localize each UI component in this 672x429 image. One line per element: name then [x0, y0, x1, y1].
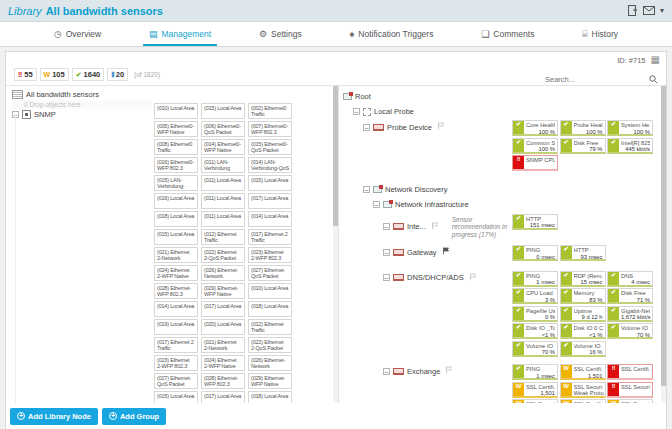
sensor-chip[interactable]: WSSL Securi...Weak Proto...: [560, 382, 606, 398]
library-chip[interactable]: (017) Local Area: [248, 193, 292, 209]
flag-icon[interactable]: [435, 122, 445, 132]
library-chip[interactable]: (014) Local Area: [154, 301, 198, 317]
library-chip[interactable]: (008) Ethernet0 Traffic: [154, 139, 198, 155]
library-chip[interactable]: (015) Local Area: [154, 229, 198, 245]
group-row-root[interactable]: Root: [343, 90, 658, 101]
sensor-chip[interactable]: ✔RDP (Rem...15 msec: [560, 271, 606, 287]
library-chip[interactable]: (028) Ethernet-WFP 802.3: [201, 373, 245, 389]
sensor-chip[interactable]: ✔Gigabit-Net...1,672 kbit/s: [607, 306, 653, 322]
sensor-chip[interactable]: WSSL Certifi...1,501: [512, 382, 558, 398]
library-chip[interactable]: (015) Ethernet0-QoS Packet: [248, 139, 292, 155]
sensor-chip[interactable]: ✔Volume IO ...70 %: [607, 323, 653, 339]
library-chip[interactable]: (011) Local Area: [201, 211, 245, 227]
collapse-icon[interactable]: –: [363, 124, 370, 131]
tab-settings[interactable]: ⚙Settings: [253, 22, 308, 46]
library-chip[interactable]: (027) Ethernet-QoS Packet: [154, 373, 198, 389]
sensor-chip[interactable]: ‼SNMP CPU...: [512, 155, 558, 171]
library-chip[interactable]: (015) Local Area: [248, 175, 292, 191]
collapse-icon[interactable]: –: [353, 108, 360, 115]
library-chip[interactable]: (018) Local Area: [248, 301, 292, 317]
library-chip[interactable]: (026) Ethernet-Network: [248, 355, 292, 371]
device-row-inte-[interactable]: –Inte...Sensor recommendation in progres…: [343, 214, 658, 239]
sensor-chip[interactable]: ✔Probe Heal...100 %: [560, 120, 606, 136]
library-chip[interactable]: (023) Ethernet 2-WFP 802.3: [154, 355, 198, 371]
library-chip[interactable]: (010) Local Area: [154, 103, 198, 119]
add-library-node-button[interactable]: +Add Library Node: [10, 408, 98, 425]
collapse-icon[interactable]: –: [383, 274, 390, 281]
group-row-network-discovery[interactable]: –Network Discovery: [343, 183, 658, 194]
library-chip[interactable]: (011) Local Area: [201, 193, 245, 209]
tab-management[interactable]: ▤Management: [143, 22, 217, 46]
header-menu-caret-icon[interactable]: ▾: [660, 6, 664, 15]
collapse-icon[interactable]: –: [383, 249, 390, 256]
flag-icon[interactable]: [429, 222, 439, 232]
library-chip[interactable]: (014) Ethernet0-WFP Native: [201, 139, 245, 155]
sensor-chip[interactable]: ✔Disk Free71 %: [607, 288, 653, 304]
sensor-chip[interactable]: ‼SSL Certifi...: [607, 364, 653, 380]
status-badge-paused[interactable]: Ⅱ20: [107, 68, 128, 81]
left-scrollbar-thumb[interactable]: [333, 86, 338, 226]
sensor-chip[interactable]: ✔Core Health100 %: [512, 120, 558, 136]
device-row-dns-dhcp-ads[interactable]: –DNS/DHCP/ADS✔PING1 msec✔RDP (Rem...15 m…: [343, 271, 658, 359]
library-chip[interactable]: (017) Local Area: [201, 391, 245, 403]
sensor-chip[interactable]: ✔HTTP93 msec: [560, 245, 606, 261]
library-chip[interactable]: (012) Ethernet Traffic: [248, 319, 292, 335]
status-badge-warning[interactable]: W105: [40, 68, 69, 81]
sensor-chip[interactable]: WSSL Certifi...1,501: [560, 364, 606, 380]
sensor-chip[interactable]: ✔PING1 msec: [512, 271, 558, 287]
library-chip[interactable]: (015) LAN-Verbindung-: [154, 175, 198, 191]
sensor-chip[interactable]: ✔DNS4 msec: [607, 271, 653, 287]
library-chip[interactable]: (015) Local Area: [201, 103, 245, 119]
sensor-chip[interactable]: ✔Disk IO 0 C:<1 %: [560, 323, 606, 339]
sensor-chip[interactable]: ✔System He...100 %: [607, 120, 653, 136]
library-chip[interactable]: (018) Local Area: [154, 211, 198, 227]
library-chip[interactable]: (007) Ethernet0-WFP 802.3: [248, 121, 292, 137]
library-chip[interactable]: (028) Ethernet-WFP 802.3: [154, 283, 198, 299]
library-chip[interactable]: (027) Ethernet-QoS Packet: [248, 265, 292, 281]
email-icon[interactable]: [643, 6, 655, 15]
library-chip[interactable]: (017) Ethernet 2 Traffic: [248, 229, 292, 245]
library-chip[interactable]: (014) Local Area: [248, 211, 292, 227]
library-chip[interactable]: (017) Ethernet 2 Traffic: [154, 337, 198, 353]
sensor-chip[interactable]: ✔Pagefile Us...0 %: [512, 306, 558, 322]
library-chip[interactable]: (022) Ethernet 2-QoS Packet: [248, 337, 292, 353]
status-badge-ok[interactable]: ✔1640: [72, 68, 105, 81]
library-chip[interactable]: (017) Local Area: [201, 301, 245, 317]
group-row-local-probe[interactable]: –Local Probe: [343, 105, 658, 116]
library-chip[interactable]: (019) Local Area: [154, 319, 198, 335]
library-chip[interactable]: (029) Ethernet-WFP Native: [248, 373, 292, 389]
left-scrollbar[interactable]: [333, 86, 338, 403]
library-chip[interactable]: (029) Ethernet-WFP Native: [201, 283, 245, 299]
device-row-exchange[interactable]: –Exchange✔PING1 msecWSSL Certifi...1,501…: [343, 364, 658, 403]
library-root-row[interactable]: All bandwidth sensors: [12, 89, 338, 100]
library-chip[interactable]: (026) Ethernet-Network: [201, 265, 245, 281]
device-row-gateway[interactable]: –Gateway✔PING0 msec✔HTTP93 msec: [343, 245, 658, 263]
collapse-icon[interactable]: –: [363, 186, 370, 193]
sensor-chip[interactable]: ✔Uptime9 d 12 h: [560, 306, 606, 322]
library-chip[interactable]: (002) Ethernet0 Traffic: [248, 103, 292, 119]
sensor-chip[interactable]: ✔Memory83 %: [560, 288, 606, 304]
sensor-chip[interactable]: ✔Common S...100 %: [512, 138, 558, 154]
tab-comments[interactable]: ❑Comments: [475, 22, 540, 46]
tab-overview[interactable]: ◷Overview: [48, 22, 107, 46]
library-chip[interactable]: (016) Local Area: [154, 193, 198, 209]
library-chip[interactable]: (024) Ethernet 2-WFP Native: [154, 265, 198, 281]
tab-history[interactable]: ⌸History: [576, 22, 624, 46]
export-report-icon[interactable]: [627, 5, 638, 16]
library-chip[interactable]: (012) Ethernet Traffic: [201, 229, 245, 245]
library-chip[interactable]: (011) LAN-Verbindung: [201, 157, 245, 173]
sensor-chip[interactable]: ✔PING1 msec: [512, 364, 558, 380]
sensor-chip[interactable]: ✔Volume IO ...70 %: [512, 341, 558, 357]
sensor-chip[interactable]: ✔Disk IO _To...<1 %: [512, 323, 558, 339]
library-chip[interactable]: (023) Ethernet 2-WFP 802.3: [248, 247, 292, 263]
library-chip[interactable]: (021) Ethernet 2-Network: [154, 247, 198, 263]
sensor-chip[interactable]: ✔HTTP151 msec: [512, 214, 558, 230]
library-chip[interactable]: (021) Ethernet 2-Network: [201, 337, 245, 353]
flag-icon[interactable]: [467, 273, 477, 283]
library-chip[interactable]: (016) Ethernet0-WFP 802.3: [154, 157, 198, 173]
collapse-icon[interactable]: –: [383, 223, 390, 230]
sensor-chip[interactable]: ✔Intel[R] 825...445 kbit/s: [607, 138, 653, 154]
add-group-button[interactable]: +Add Group: [102, 408, 166, 425]
right-scrollbar[interactable]: [661, 86, 666, 403]
library-chip[interactable]: (020) Local Area: [201, 319, 245, 335]
